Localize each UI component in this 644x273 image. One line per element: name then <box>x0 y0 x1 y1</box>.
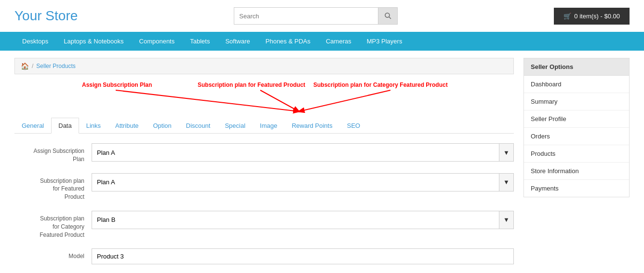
input-model[interactable] <box>92 248 514 264</box>
tabs: General Data Links Attribute Option Disc… <box>14 118 514 134</box>
select-featured[interactable]: Plan A Plan B Plan C <box>92 175 499 190</box>
store-title: Your Store <box>14 8 78 24</box>
nav-item-desktops[interactable]: Desktops <box>14 32 56 51</box>
svg-point-0 <box>385 13 389 17</box>
nav-item-tablets[interactable]: Tablets <box>182 32 217 51</box>
label-featured: Subscription planfor FeaturedProduct <box>14 173 92 201</box>
sidebar: Seller Options Dashboard Summary Seller … <box>523 58 630 273</box>
search-bar <box>234 7 398 25</box>
content-wrapper: 🏠 / Seller Products Assign Subscription … <box>0 51 644 273</box>
tab-general[interactable]: General <box>14 118 51 134</box>
svg-line-3 <box>260 90 299 111</box>
sidebar-item-payments[interactable]: Payments <box>524 180 629 197</box>
header: Your Store 🛒 0 item(s) - $0.00 <box>0 0 644 32</box>
breadcrumb-separator: / <box>32 63 33 69</box>
select-wrapper-featured: Plan A Plan B Plan C ▼ <box>92 173 514 191</box>
search-input[interactable] <box>234 7 378 25</box>
nav-item-mp3[interactable]: MP3 Players <box>359 32 410 51</box>
sidebar-item-summary[interactable]: Summary <box>524 93 629 110</box>
select-category-featured[interactable]: Plan A Plan B Plan C <box>92 212 499 227</box>
sidebar-items: Dashboard Summary Seller Profile Orders … <box>523 76 630 197</box>
sidebar-item-seller-profile[interactable]: Seller Profile <box>524 110 629 128</box>
tab-links[interactable]: Links <box>79 118 108 134</box>
control-category-featured: Plan A Plan B Plan C ▼ <box>92 211 514 229</box>
nav-item-cameras[interactable]: Cameras <box>318 32 359 51</box>
label-model: Model <box>14 248 92 260</box>
nav-item-laptops[interactable]: Laptops & Notebooks <box>56 32 131 51</box>
nav-item-components[interactable]: Components <box>132 32 183 51</box>
form-group-category-featured: Subscription planfor CategoryFeatured Pr… <box>14 211 514 239</box>
nav-bar: Desktops Laptops & Notebooks Components … <box>0 32 644 51</box>
tab-special[interactable]: Special <box>217 118 253 134</box>
search-icon <box>385 13 391 19</box>
control-featured: Plan A Plan B Plan C ▼ <box>92 173 514 191</box>
tab-image[interactable]: Image <box>253 118 284 134</box>
select-wrapper-assign: Plan A Plan B Plan C ▼ <box>92 143 514 162</box>
svg-line-1 <box>389 17 391 19</box>
select-arrow-assign: ▼ <box>499 144 513 161</box>
form-group-featured: Subscription planfor FeaturedProduct Pla… <box>14 173 514 201</box>
cart-button[interactable]: 🛒 0 item(s) - $0.00 <box>554 8 630 25</box>
form-group-model: Model <box>14 248 514 264</box>
nav-item-phones[interactable]: Phones & PDAs <box>258 32 318 51</box>
svg-line-2 <box>116 90 299 111</box>
control-model <box>92 248 514 264</box>
tab-data[interactable]: Data <box>51 118 79 134</box>
sidebar-item-store-information[interactable]: Store Information <box>524 163 629 180</box>
select-arrow-featured: ▼ <box>499 174 513 191</box>
select-arrow-category: ▼ <box>499 211 513 229</box>
sidebar-title: Seller Options <box>523 58 630 76</box>
sidebar-item-products[interactable]: Products <box>524 145 629 163</box>
form-group-assign-subscription: Assign SubscriptionPlan Plan A Plan B Pl… <box>14 143 514 164</box>
select-wrapper-category-featured: Plan A Plan B Plan C ▼ <box>92 211 514 229</box>
select-assign-subscription[interactable]: Plan A Plan B Plan C <box>92 145 499 160</box>
nav-item-software[interactable]: Software <box>217 32 257 51</box>
breadcrumb: 🏠 / Seller Products <box>14 58 514 74</box>
tab-attribute[interactable]: Attribute <box>108 118 146 134</box>
sidebar-item-orders[interactable]: Orders <box>524 128 629 145</box>
main-content: 🏠 / Seller Products Assign Subscription … <box>14 58 514 273</box>
control-assign-subscription: Plan A Plan B Plan C ▼ <box>92 143 514 162</box>
tab-seo[interactable]: SEO <box>340 118 367 134</box>
sidebar-item-dashboard[interactable]: Dashboard <box>524 76 629 93</box>
label-assign-subscription: Assign SubscriptionPlan <box>14 143 92 164</box>
label-category-featured: Subscription planfor CategoryFeatured Pr… <box>14 211 92 239</box>
breadcrumb-seller-products[interactable]: Seller Products <box>36 63 75 69</box>
home-icon[interactable]: 🏠 <box>21 62 29 70</box>
tab-discount[interactable]: Discount <box>179 118 218 134</box>
search-button[interactable] <box>378 7 398 25</box>
cart-icon: 🛒 <box>564 13 571 20</box>
svg-line-4 <box>299 90 390 111</box>
cart-label: 0 item(s) - $0.00 <box>574 13 620 20</box>
arrows-overlay <box>14 82 477 115</box>
tab-option[interactable]: Option <box>146 118 179 134</box>
tab-reward-points[interactable]: Reward Points <box>284 118 340 134</box>
